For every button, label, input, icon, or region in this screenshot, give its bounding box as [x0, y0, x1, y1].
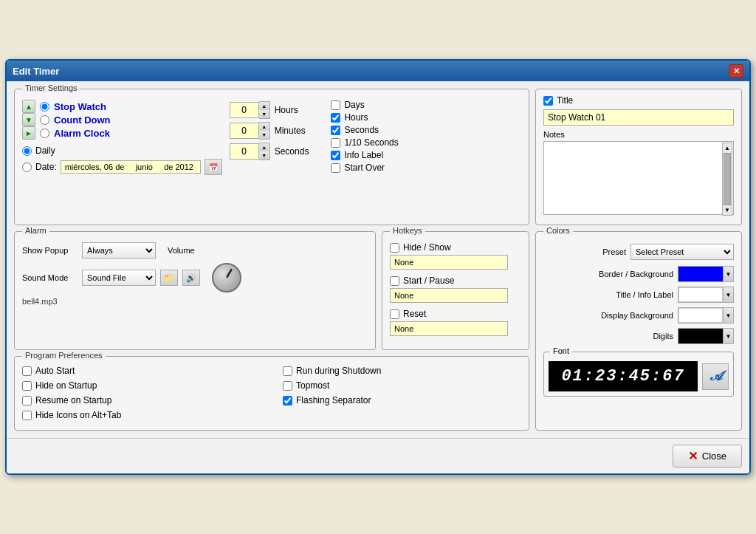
auto-start-pref[interactable]: Auto Start: [22, 366, 261, 376]
digits-arrow[interactable]: ▼: [723, 329, 733, 343]
display-bg-swatch: [678, 308, 723, 323]
hide-show-checkbox[interactable]: [390, 243, 399, 253]
sound-mode-select[interactable]: Sound File Beep None: [82, 270, 156, 286]
seconds-input[interactable]: [230, 143, 259, 160]
notes-scrollbar[interactable]: [724, 153, 731, 205]
info-label-option[interactable]: Info Label: [331, 150, 398, 160]
count-down-radio[interactable]: [40, 115, 49, 125]
tenth-seconds-option[interactable]: 1/10 Seconds: [331, 137, 398, 148]
font-change-btn[interactable]: 𝒜: [702, 363, 729, 390]
hours-option-label: Hours: [344, 112, 368, 123]
resume-on-startup-checkbox[interactable]: [22, 396, 32, 405]
hours-down-btn[interactable]: ▼: [259, 110, 269, 118]
minutes-down-btn[interactable]: ▼: [259, 131, 269, 139]
display-bg-arrow[interactable]: ▼: [723, 308, 733, 323]
hours-option[interactable]: Hours: [331, 112, 398, 123]
hide-on-startup-checkbox[interactable]: [22, 381, 32, 391]
start-over-checkbox[interactable]: [331, 163, 340, 173]
show-popup-select[interactable]: Always On Alarm Never: [82, 242, 156, 259]
knob-indicator: [226, 268, 233, 278]
mode-alarm-clock[interactable]: ► Alarm Clock: [22, 126, 222, 140]
hours-option-checkbox[interactable]: [331, 113, 340, 123]
notes-scroll-up[interactable]: ▲: [724, 145, 730, 151]
display-bg-label: Display Background: [601, 311, 673, 320]
title-bar-close-btn[interactable]: ✕: [729, 64, 743, 78]
title-info-row: Title / Info Label ▼: [543, 287, 734, 303]
start-pause-input[interactable]: [390, 288, 508, 303]
date-radio[interactable]: [22, 162, 32, 172]
auto-start-checkbox[interactable]: [22, 366, 32, 376]
topmost-checkbox[interactable]: [283, 381, 292, 391]
title-info-arrow[interactable]: ▼: [723, 287, 733, 302]
calendar-icon[interactable]: 📅: [205, 159, 222, 175]
tenth-seconds-label: 1/10 Seconds: [344, 137, 398, 148]
start-over-option[interactable]: Start Over: [331, 162, 398, 173]
days-label: Days: [344, 100, 364, 110]
stop-watch-arrow[interactable]: ▲: [22, 100, 35, 113]
title-checkbox[interactable]: [543, 96, 553, 106]
bottom-bar: ✕ Close: [7, 438, 749, 473]
reset-input[interactable]: [390, 321, 508, 336]
count-down-label[interactable]: Count Down: [54, 114, 111, 126]
run-during-shutdown-pref[interactable]: Run during Shutdown: [283, 366, 521, 376]
info-label-checkbox[interactable]: [331, 151, 340, 160]
alarm-group: Alarm Show Popup Always On Alarm Never V…: [14, 231, 376, 350]
hide-icons-checkbox[interactable]: [22, 411, 32, 420]
daily-label[interactable]: Daily: [35, 146, 55, 156]
hotkeys-group: Hotkeys Hide / Show Start / Pause: [382, 231, 529, 350]
minutes-input[interactable]: [230, 123, 259, 139]
hide-icons-pref[interactable]: Hide Icons on Alt+Tab: [22, 410, 261, 420]
volume-knob[interactable]: [212, 263, 241, 292]
notes-scroll-down[interactable]: ▼: [724, 207, 730, 213]
preset-select[interactable]: Select Preset Default Dark Light: [630, 244, 734, 260]
hide-on-startup-pref[interactable]: Hide on Startup: [22, 380, 261, 391]
minutes-spinner[interactable]: ▲ ▼: [230, 122, 270, 140]
minutes-up-btn[interactable]: ▲: [259, 123, 269, 131]
mode-stop-watch[interactable]: ▲ Stop Watch: [22, 100, 222, 113]
digits-color-btn[interactable]: ▼: [678, 328, 734, 344]
seconds-option-label: Seconds: [344, 125, 379, 135]
hours-input[interactable]: [230, 102, 259, 118]
topmost-pref[interactable]: Topmost: [283, 380, 521, 391]
alarm-clock-arrow[interactable]: ►: [22, 126, 35, 140]
hours-up-btn[interactable]: ▲: [259, 102, 269, 110]
play-sound-btn[interactable]: 🔊: [182, 270, 200, 286]
reset-checkbox[interactable]: [390, 309, 399, 319]
font-group-label: Font: [550, 346, 572, 355]
flashing-separator-pref[interactable]: Flashing Separator: [283, 395, 521, 405]
flashing-separator-checkbox[interactable]: [283, 396, 292, 405]
volume-knob-container: [212, 263, 241, 292]
hotkeys-group-label: Hotkeys: [390, 226, 425, 235]
seconds-option[interactable]: Seconds: [331, 125, 398, 135]
hours-spinner[interactable]: ▲ ▼: [230, 101, 270, 119]
days-checkbox[interactable]: [331, 100, 340, 110]
seconds-down-btn[interactable]: ▼: [259, 151, 269, 160]
date-input[interactable]: [61, 160, 201, 174]
alarm-clock-label[interactable]: Alarm Clock: [54, 128, 110, 139]
seconds-up-btn[interactable]: ▲: [259, 143, 269, 151]
hide-show-input[interactable]: [390, 255, 508, 270]
display-bg-color-btn[interactable]: ▼: [678, 307, 734, 324]
count-down-arrow[interactable]: ▼: [22, 113, 35, 126]
resume-on-startup-pref[interactable]: Resume on Startup: [22, 395, 261, 405]
seconds-spinner[interactable]: ▲ ▼: [230, 143, 270, 160]
start-pause-checkbox[interactable]: [390, 276, 399, 286]
timer-settings-group: Timer Settings ▲ Stop Watch ▼ Count Down: [14, 89, 529, 225]
days-option[interactable]: Days: [331, 100, 398, 110]
mode-count-down[interactable]: ▼ Count Down: [22, 113, 222, 126]
daily-radio[interactable]: [22, 146, 32, 156]
close-button[interactable]: ✕ Close: [673, 445, 742, 468]
tenth-seconds-checkbox[interactable]: [331, 138, 340, 148]
seconds-label: Seconds: [275, 146, 309, 157]
browse-file-btn[interactable]: 📁: [160, 270, 178, 286]
alarm-clock-radio[interactable]: [40, 129, 49, 138]
title-info-color-btn[interactable]: ▼: [678, 287, 734, 303]
run-during-shutdown-checkbox[interactable]: [283, 366, 292, 376]
border-bg-color-btn[interactable]: ▼: [678, 266, 734, 282]
notes-textarea[interactable]: [543, 141, 734, 215]
title-input[interactable]: [543, 109, 734, 126]
stop-watch-label[interactable]: Stop Watch: [54, 101, 106, 112]
border-bg-arrow[interactable]: ▼: [723, 267, 733, 281]
seconds-checkbox[interactable]: [331, 126, 340, 135]
stop-watch-radio[interactable]: [40, 102, 49, 112]
